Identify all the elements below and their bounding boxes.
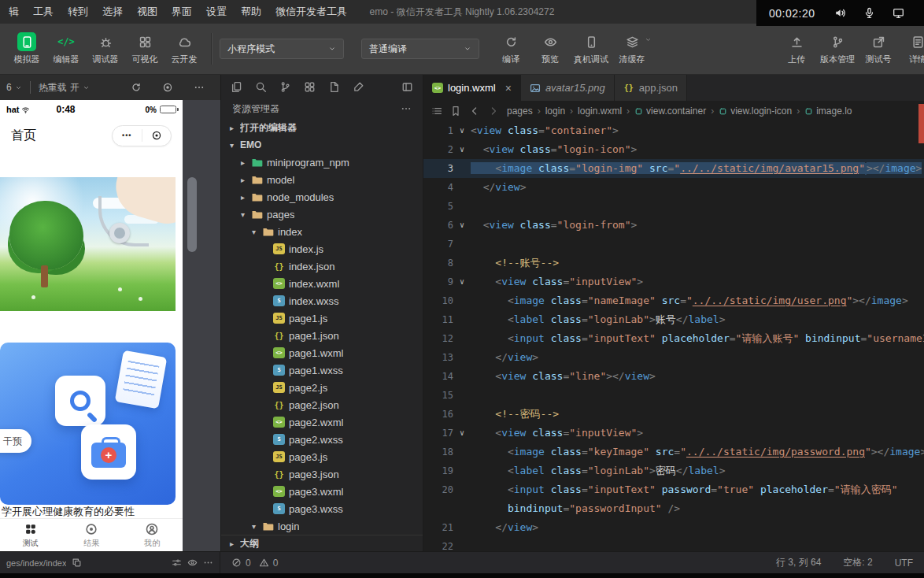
version-control-button[interactable]: 版本管理 [817,29,858,69]
phone-tab-mine[interactable]: 我的 [122,519,183,551]
brush-icon[interactable] [353,81,364,93]
simulator-button[interactable]: 模拟器 [8,29,46,69]
problems-errors[interactable]: 0 [231,558,251,569]
menu-item-5[interactable]: 视图 [130,0,164,24]
preview-button[interactable]: 预览 [531,29,569,69]
debug-settings-icon[interactable] [172,558,182,568]
clear-cache-button[interactable]: 清缓存 [613,29,651,69]
upload-button[interactable]: 上传 [778,29,815,69]
real-device-debug-button[interactable]: 真机调试 [571,29,612,69]
test-account-button[interactable]: 测试号 [859,29,897,69]
more-menu-button[interactable]: ••• [113,132,142,139]
tree-item-page3.wxml[interactable]: <>page3.wxml [221,483,423,500]
close-icon[interactable]: × [505,82,512,94]
code-area[interactable]: 1∨<view class="container">2∨ <view class… [423,121,924,551]
editor-button[interactable]: </>编辑器 [47,29,85,69]
fold-icon[interactable]: ∨ [453,216,471,235]
code-line-5[interactable]: 5 [423,197,924,216]
menu-item-1[interactable]: 辑 [2,0,26,24]
tree-item-index[interactable]: ▾index [221,223,423,240]
tree-item-page1.wxss[interactable]: Spage1.wxss [221,361,423,379]
code-line-9[interactable]: 9∨ <view class="inputView"> [423,272,924,291]
code-line-14[interactable]: 14 <view class="line"></view> [423,367,924,386]
tab-avatar15-png[interactable]: avatar15.png [521,75,615,101]
collapse-panel-icon[interactable] [401,81,413,93]
tree-item-miniprogram_npm[interactable]: ▸miniprogram_npm [221,154,423,171]
encoding[interactable]: UTF [895,558,913,569]
tree-item-page2.wxml[interactable]: <>page2.wxml [221,413,423,431]
simulator-scrollbar[interactable] [187,177,197,252]
breadcrumb-view.login-icon[interactable]: view.login-icon [719,106,792,117]
display-icon[interactable] [893,7,904,19]
indentation[interactable]: 空格: 2 [843,556,872,569]
tree-item-index.js[interactable]: JSindex.js [221,240,423,258]
code-line-17[interactable]: 17∨ <view class="inputView"> [423,424,924,443]
code-line-20[interactable]: 20 <input class="inputText" password="tr… [423,480,924,499]
phone-tab-result[interactable]: 结果 [61,519,121,551]
code-line-12[interactable]: 12 <input class="inputText" placeholder=… [423,329,924,348]
code-line-15[interactable]: 15 [423,386,924,405]
compile-mode-select[interactable]: 普通编译 [361,39,479,59]
code-line-7[interactable]: 7 [423,235,924,254]
menu-item-9[interactable]: 微信开发者工具 [268,0,354,24]
cursor-position[interactable]: 行 3, 列 64 [776,556,821,569]
fold-icon[interactable]: ∨ [453,272,471,291]
debugger-button[interactable]: 调试器 [87,29,124,69]
code-line-wrap[interactable]: bindinput="passwordInput" /> [423,499,924,518]
code-line-19[interactable]: 19 <label class="loginLab">密码</label> [423,461,924,480]
code-line-13[interactable]: 13 </view> [423,348,924,367]
bubble-tag[interactable]: 干预 [0,429,31,453]
refresh-icon[interactable] [131,82,142,93]
navigate-back-icon[interactable] [469,106,480,117]
code-line-18[interactable]: 18 <image class="keyImage" src="../../st… [423,443,924,461]
breadcrumb-pages[interactable]: pages [507,106,533,117]
menu-item-3[interactable]: 转到 [61,0,95,24]
tree-item-login[interactable]: ▾login [221,517,423,535]
menu-item-8[interactable]: 帮助 [234,0,268,24]
fold-icon[interactable]: ∨ [453,121,471,140]
article-title[interactable]: 学开展心理健康教育的必要性 [2,505,183,519]
cloud-dev-button[interactable]: 云开发 [165,29,203,69]
record-icon[interactable] [162,82,173,93]
menu-item-4[interactable]: 选择 [95,0,130,24]
tree-item-index.wxss[interactable]: Sindex.wxss [221,292,423,309]
menu-item-2[interactable]: 工具 [26,0,61,24]
more-icon[interactable] [194,82,205,93]
fold-icon[interactable]: ∨ [453,424,471,443]
visualization-button[interactable]: 可视化 [126,29,164,69]
file-icon[interactable] [328,81,340,93]
hero-image[interactable] [0,177,176,311]
code-line-22[interactable]: 22 [423,537,924,551]
exit-miniprogram-button[interactable] [142,130,172,141]
tree-item-page3.wxss[interactable]: Spage3.wxss [221,500,423,517]
more-icon[interactable] [203,558,213,568]
phone-tab-test[interactable]: 测试 [0,519,61,551]
tab-app-json[interactable]: {}app.json [615,75,687,101]
problems-warnings[interactable]: 0 [259,558,279,569]
device-select[interactable]: 6 [6,82,22,93]
navigate-forward-icon[interactable] [488,106,499,117]
more-actions-icon[interactable] [401,103,412,114]
files-icon[interactable] [231,81,242,93]
tree-item-page3.json[interactable]: {}page3.json [221,465,423,483]
tree-section-打开的编辑器[interactable]: ▸打开的编辑器 [221,119,423,136]
menu-item-7[interactable]: 设置 [199,0,234,24]
code-line-8[interactable]: 8 <!--账号--> [423,254,924,272]
breadcrumb-login[interactable]: login [545,106,565,117]
outline-icon[interactable] [431,106,442,117]
tree-item-pages[interactable]: ▾pages [221,206,423,223]
code-line-2[interactable]: 2∨ <view class="login-icon"> [423,140,924,159]
code-line-21[interactable]: 21 </view> [423,518,924,537]
speaker-icon[interactable] [834,7,846,19]
tree-item-page1.json[interactable]: {}page1.json [221,327,423,344]
code-line-1[interactable]: 1∨<view class="container"> [423,121,924,140]
details-button[interactable]: 详情 [899,29,924,69]
tree-item-page1.wxml[interactable]: <>page1.wxml [221,344,423,361]
fold-icon[interactable]: ∨ [453,140,471,159]
eye-icon[interactable] [187,558,198,568]
tree-item-page2.js[interactable]: JSpage2.js [221,379,423,396]
tree-item-page3.js[interactable]: JSpage3.js [221,448,423,465]
tree-item-page2.json[interactable]: {}page2.json [221,396,423,413]
breadcrumb-image.lo[interactable]: image.lo [804,106,852,117]
code-line-11[interactable]: 11 <label class="loginLab">账号</label> [423,310,924,329]
